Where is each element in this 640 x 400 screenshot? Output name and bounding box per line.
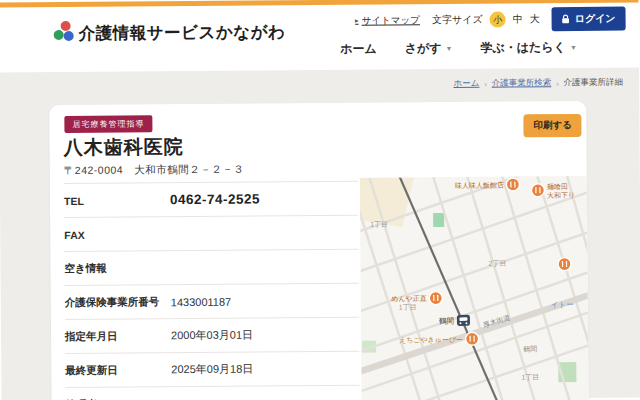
- restaurant-poi-icon: [558, 258, 571, 271]
- sitemap-label: サイトマップ: [362, 14, 420, 27]
- map-poi-label: 大和下り: [547, 191, 575, 199]
- restaurant-poi-icon: [531, 184, 544, 197]
- logo-green-dot: [54, 30, 64, 40]
- map-railway-line: [398, 176, 502, 400]
- train-station-icon: [457, 315, 470, 326]
- row-label: 空き情報: [64, 261, 170, 276]
- map-poi-label: めんや正直: [391, 295, 427, 302]
- row-label: 最終更新日: [65, 363, 171, 378]
- chevron-right-icon: ▸: [355, 17, 359, 25]
- row-value: 1433001187: [171, 295, 231, 307]
- row-label: 介護保険事業所番号: [65, 295, 171, 310]
- table-row-tel: TEL 0462-74-2525: [64, 182, 358, 218]
- logo-red-dot: [61, 21, 71, 31]
- map-district-label: 1丁目: [399, 303, 417, 311]
- breadcrumb-home-link[interactable]: ホーム: [453, 78, 479, 90]
- row-value: 2025年09月18日: [171, 362, 253, 378]
- map-poi-label: 味人味人飯館店: [455, 181, 504, 190]
- page-background: 介護情報サービスかながわ ▸ サイトマップ 文字サイズ 小 中 大 ログイン: [0, 0, 640, 400]
- site-logo-icon[interactable]: [54, 21, 76, 43]
- map-canvas: 味人味人飯館店 麺喰田 大和下り めんや正直 えちごやきゅーぴー 鶴間 厚木街道…: [360, 176, 589, 400]
- nav-search-label: さがす: [405, 40, 442, 57]
- map-poi-label: えちごやきゅーぴー: [399, 336, 463, 344]
- map-district-label: 1丁目: [521, 373, 539, 381]
- breadcrumb-current: 介護事業所詳細: [564, 77, 624, 89]
- table-row-office-number: 介護保険事業所番号 1433001187: [65, 284, 359, 320]
- facility-info-table: TEL 0462-74-2525 FAX 空き情報 介護保険事業所番号 1433…: [64, 181, 360, 400]
- breadcrumb-separator: ›: [484, 80, 486, 87]
- nav-item-search[interactable]: さがす ▼: [405, 40, 453, 57]
- map-district-label: 2丁目: [488, 260, 506, 268]
- facility-detail-card: 居宅療養管理指導 八木歯科医院 〒242-0004 大和市鶴間２－２－３ 印刷す…: [49, 101, 588, 400]
- row-label: TEL: [64, 194, 170, 207]
- print-button[interactable]: 印刷する: [523, 114, 582, 137]
- restaurant-poi-icon: [466, 332, 479, 345]
- row-value: 2000年03月01日: [171, 328, 253, 344]
- site-header: 介護情報サービスかながわ ▸ サイトマップ 文字サイズ 小 中 大 ログイン: [0, 0, 639, 73]
- breadcrumb: ホーム › 介護事業所検索 › 介護事業所詳細: [453, 77, 623, 90]
- breadcrumb-separator: ›: [556, 80, 558, 87]
- logo-blue-dot: [64, 31, 74, 41]
- row-label: 指定年月日: [65, 329, 171, 344]
- restaurant-poi-icon: [429, 292, 442, 305]
- nav-home-label: ホーム: [340, 41, 377, 58]
- nav-item-learn-work[interactable]: 学ぶ・はたらく ▼: [480, 39, 576, 57]
- service-type-badge: 居宅療養管理指導: [64, 115, 152, 133]
- font-size-medium-button[interactable]: 中: [513, 12, 523, 26]
- restaurant-poi-icon: [506, 178, 519, 191]
- map-district-label: 1丁目: [370, 220, 388, 228]
- map-green-patch: [433, 213, 444, 227]
- nav-learn-label: 学ぶ・はたらく: [480, 39, 566, 57]
- chevron-down-icon: ▼: [446, 45, 453, 52]
- font-size-small-button[interactable]: 小: [490, 12, 506, 28]
- site-title[interactable]: 介護情報サービスかながわ: [79, 21, 286, 45]
- table-row-designated-date: 指定年月日 2000年03月01日: [65, 318, 359, 354]
- table-row-manager: 管理者: [65, 386, 359, 400]
- font-size-control: 文字サイズ 小 中 大: [432, 11, 540, 28]
- login-label: ログイン: [575, 12, 616, 26]
- facility-name-title: 八木歯科医院: [63, 134, 183, 161]
- table-row-fax: FAX: [64, 216, 358, 252]
- lock-icon: [562, 14, 570, 24]
- table-row-availability: 空き情報: [64, 250, 358, 286]
- font-size-large-button[interactable]: 大: [530, 12, 540, 26]
- facility-address: 〒242-0004 大和市鶴間２－２－３: [64, 163, 244, 178]
- location-map[interactable]: 味人味人飯館店 麺喰田 大和下り めんや正直 えちごやきゅーぴー 鶴間 厚木街道…: [360, 176, 589, 400]
- utility-bar: ▸ サイトマップ 文字サイズ 小 中 大 ログイン: [355, 7, 626, 33]
- chevron-down-icon: ▼: [570, 44, 577, 51]
- table-row-last-updated: 最終更新日 2025年09月18日: [65, 352, 359, 388]
- row-label: FAX: [64, 228, 170, 241]
- nav-item-home[interactable]: ホーム: [340, 41, 377, 58]
- row-value: 0462-74-2525: [170, 191, 260, 207]
- map-station-label: 鶴間: [439, 316, 454, 325]
- map-poi-label: 麺喰田: [547, 183, 568, 191]
- map-store-label: イトー: [551, 300, 574, 309]
- font-size-label: 文字サイズ: [432, 13, 483, 27]
- sitemap-link[interactable]: ▸ サイトマップ: [355, 14, 420, 28]
- page-tilt-wrapper: 介護情報サービスかながわ ▸ サイトマップ 文字サイズ 小 中 大 ログイン: [0, 0, 640, 400]
- map-town-label: 鶴間: [523, 345, 537, 353]
- breadcrumb-search-link[interactable]: 介護事業所検索: [492, 77, 552, 89]
- main-nav: ホーム さがす ▼ 学ぶ・はたらく ▼: [340, 39, 577, 58]
- login-button[interactable]: ログイン: [552, 7, 626, 32]
